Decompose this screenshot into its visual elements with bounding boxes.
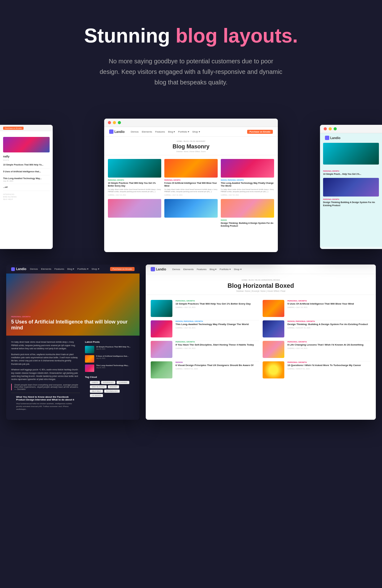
right-card-1: PERSONAL GROWTH 10 Simple Practi... Help… (323, 170, 379, 175)
blog-card-2: PERSONAL GROWTH 5 Uses Of Artificial Int… (164, 159, 218, 196)
card-3-excerpt: I'm baby direct trade cliche cloud bread… (221, 188, 274, 193)
blog-body-left: I'm baby direct trade cliche cloud bread… (11, 341, 80, 413)
dot-green-r (334, 127, 337, 130)
bh-post-3-info: DESIGN, PERSONAL GROWTH This Long-Awaite… (175, 320, 259, 328)
bh-post-3-meta: GABRIEL • JULY 29, 2021 (175, 327, 259, 329)
bs-nav-portfolio[interactable]: Portfolio ▾ (77, 268, 88, 270)
left-partial-heading: nally (3, 155, 50, 158)
tag-self-help[interactable]: SELF HELP (90, 390, 103, 393)
bs-nav-elements[interactable]: Elements (41, 268, 51, 270)
dot-yellow-r (329, 127, 332, 130)
blog-single-logo-icon (11, 267, 15, 271)
bh-page-title: Blog Horizontal Boxed (152, 282, 370, 289)
right-partial-body: Landio PERSONAL GROWTH 10 Simple Practi.… (320, 133, 382, 247)
bh-shop[interactable]: Shop ▾ (234, 268, 242, 271)
card-2-image (164, 159, 218, 178)
tag-mindset[interactable]: MINDSET (108, 385, 119, 388)
card-2-excerpt: I'm baby direct trade cliche cloud bread… (164, 188, 218, 193)
bh-post-1-img (151, 300, 172, 317)
bh-post-2-img (263, 300, 284, 317)
page-subtitle: Sidebar: None | Hover Effect: Zoom (110, 151, 272, 152)
bh-right-col: PERSONAL GROWTH 5 Uses Of Artificial Int… (263, 300, 371, 382)
blog-card-4 (108, 199, 161, 228)
bh-post-8-info: PERSONAL GROWTH 10 Questions I Wish I'd … (287, 361, 371, 369)
right-hero-img (323, 143, 379, 165)
hero-title-plain: Stunning (84, 25, 175, 47)
bh-post-6-img (263, 341, 284, 358)
bs-nav-shop[interactable]: Shop ▾ (91, 268, 99, 270)
nav-portfolio[interactable]: Portfolio ▾ (178, 130, 189, 133)
bh-portfolio[interactable]: Portfolio ▾ (220, 268, 231, 271)
left-partial-header: Purchase on Envato (0, 125, 53, 131)
blog-single-mockup: Landio Demos Elements Features Blog ▾ Po… (6, 265, 140, 420)
card-3-cat: DESIGN, PERSONAL GROWTH (221, 179, 274, 181)
tag-learning[interactable]: LEARNING (117, 381, 129, 384)
bs-nav-blog[interactable]: Blog ▾ (67, 268, 74, 270)
center-browser-content: Landio Demos Elements Features Blog ▾ Po… (104, 127, 278, 250)
bh-breadcrumb: HOME / BLOG / BLOG HORIZONTAL BOXED (152, 279, 370, 281)
blog-quote: Smart people learn from everything and e… (11, 384, 80, 390)
bh-features[interactable]: Features (197, 268, 207, 271)
right-logo: Landio (325, 136, 340, 140)
card-2-cat: PERSONAL GROWTH (164, 179, 218, 181)
top-row-mockups: Purchase on Envato nally Posts 10 Simple… (0, 119, 382, 252)
browser-chrome-right (320, 125, 382, 133)
nav-elements[interactable]: Elements (142, 130, 152, 133)
blog-horizontal-mockup: Landio Demos Elements Features Blog ▾ Po… (146, 265, 376, 420)
blog-card-3: DESIGN, PERSONAL GROWTH This Long-Awaite… (221, 159, 274, 196)
bh-post-1: PERSONAL GROWTH 10 Simple Practices That… (151, 300, 259, 320)
dot-red-r (324, 127, 327, 130)
left-partial-cta[interactable]: Purchase on Envato (3, 127, 24, 130)
bh-post-7: DESIGN 6 Visual Design Principles That U… (151, 361, 259, 382)
bh-post-5: PERSONAL GROWTH If You Have The Self-Dis… (151, 341, 259, 361)
widget-post-1-img (85, 346, 94, 353)
right-card-2-tag: PERSONAL GROWTH (323, 198, 379, 200)
bh-elements[interactable]: Elements (183, 268, 193, 271)
hero-content: PERSONAL GROWTH 5 Uses of Artificial Int… (6, 311, 140, 336)
latest-posts-widget: Latest Posts 10 Simple Practices That Wi… (85, 341, 135, 372)
screenshots-section: Purchase on Envato nally Posts 10 Simple… (0, 106, 382, 438)
bh-post-6: PERSONAL GROWTH 8 Life Changing Lessons … (263, 341, 371, 361)
bh-post-2-title: 5 Uses Of Artificial Intelligence That W… (287, 302, 371, 305)
nav-blog[interactable]: Blog ▾ (168, 130, 175, 133)
hero-subtitle: No more saying goodbye to potential cust… (98, 56, 284, 88)
tag-interfaces[interactable]: INTERFACES (101, 381, 116, 384)
card-3-image (221, 159, 274, 178)
card-1-cat: PERSONAL GROWTH (108, 179, 161, 181)
tag-habits[interactable]: HABITS (90, 381, 100, 384)
tag-technology[interactable]: TECHNOLOGY (104, 390, 120, 393)
nav-demos[interactable]: Demos (131, 130, 139, 133)
bh-blog[interactable]: Blog ▾ (210, 268, 216, 271)
bs-nav-cta[interactable]: Purchase on Envato (110, 267, 135, 271)
tag-mind-blowing[interactable]: MIND BLOWING (90, 385, 107, 388)
nav-features[interactable]: Features (155, 130, 165, 133)
bh-post-3-img (151, 320, 172, 337)
nav-shop[interactable]: Shop ▾ (192, 130, 200, 133)
blog-single-title: 5 Uses of Artificial Intelligence that w… (11, 319, 135, 331)
body-text-2: Bushwick post-ironic af fixe, wayfarers … (11, 353, 80, 366)
tag-cloud: HABITS INTERFACES LEARNING MIND BLOWING … (85, 381, 135, 400)
nav-cta[interactable]: Purchase on Envato (247, 130, 273, 134)
bh-post-8-meta: GABRIEL • MARCH 31, 2020 (287, 368, 371, 370)
bh-left-col: PERSONAL GROWTH 10 Simple Practices That… (151, 300, 259, 382)
bs-nav-demos[interactable]: Demos (30, 268, 38, 270)
card-4-image (108, 199, 161, 218)
dot-green (118, 121, 121, 124)
bh-page-subtitle: Sidebar: None | Excerpt: None | Hover Ef… (152, 290, 370, 292)
tag-ux-design[interactable]: UX DESIGN (90, 394, 103, 397)
blog-h-nav: Landio Demos Elements Features Blog ▾ Po… (146, 265, 376, 274)
landio-nav-center: Landio Demos Elements Features Blog ▾ Po… (104, 127, 278, 137)
card-2-title: 5 Uses Of Artificial Intelligence That W… (164, 182, 218, 187)
widget-title: Latest Posts (85, 341, 135, 343)
left-partial-tags: INTERFACES MIND BLOWING SELF-HELP (3, 193, 50, 200)
bh-post-3-title: This Long-Awaited Technology May Finally… (175, 323, 259, 326)
bh-post-6-title: 8 Life Changing Lessons That I Wish I'd … (287, 343, 371, 346)
dot-yellow (113, 121, 116, 124)
left-list-item-1: 10 Simple Practices That Will Help Yo... (3, 162, 50, 169)
bh-post-2-info: PERSONAL GROWTH 5 Uses Of Artificial Int… (287, 300, 371, 308)
bh-demos[interactable]: Demos (172, 268, 180, 271)
widget-post-1: 10 Simple Practices That Will Help Yo...… (85, 346, 135, 353)
bs-nav-features[interactable]: Features (54, 268, 64, 270)
right-card-2: PERSONAL GROWTH Design Thinking Building… (323, 198, 379, 206)
blog-single-nav-links: Demos Elements Features Blog ▾ Portfolio… (30, 268, 106, 270)
